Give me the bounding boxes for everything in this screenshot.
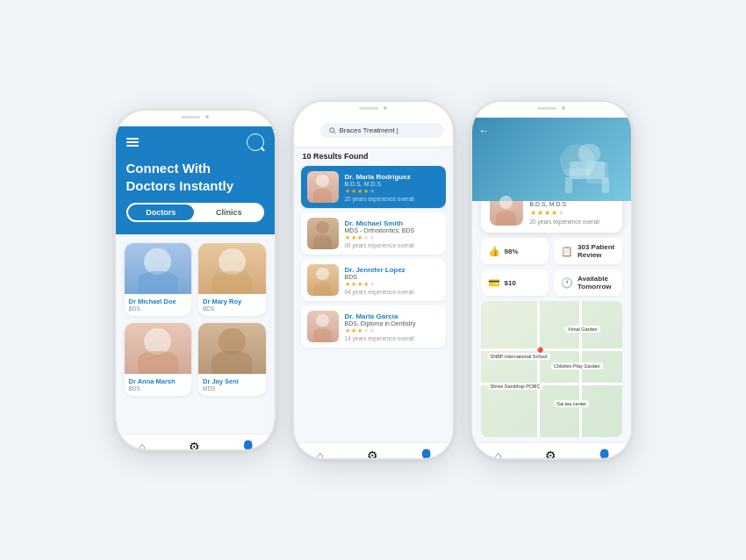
svg-rect-3	[565, 177, 572, 193]
doctor-row-3[interactable]: Dr. Jennifer Lopez BDS ★★★★★ 04 years ex…	[301, 259, 446, 301]
doctor-exp: 20 years experience overall	[345, 196, 440, 202]
map-label-5: Sai tea center	[554, 400, 589, 407]
appointment-icon: ⚙	[545, 449, 556, 460]
doctor-spec: MDS - Orthodontics, BDS	[345, 227, 440, 233]
back-button[interactable]: ←	[479, 125, 490, 137]
nav-appointment[interactable]: ⚙ Appointment	[347, 449, 399, 460]
doctor-name: Dr Michael Doe	[129, 298, 188, 305]
svg-rect-4	[602, 177, 609, 193]
doctor-card-1[interactable]: Dr Michael Doe BDS	[125, 243, 192, 316]
fee-stat: 💳 $10	[481, 269, 549, 296]
availability-text: Available Tomorrow	[577, 275, 615, 291]
doctor-exp: 04 years experience overall	[345, 289, 440, 295]
doctor-spec: MDS	[203, 385, 262, 391]
doctor-card-2[interactable]: Dr Mary Roy BDS	[198, 243, 266, 316]
reviews-stat: 📋 303 Patient Review	[554, 238, 622, 264]
doctor-exp: 14 years experience overall	[345, 335, 440, 341]
doctor-card-3[interactable]: Dr Anna Marsh BDS	[125, 323, 192, 396]
fee-icon: 💳	[488, 277, 500, 289]
clock-icon: 🕐	[561, 277, 573, 289]
nav-me[interactable]: 👤 Me	[221, 440, 274, 451]
nav-appointment[interactable]: ⚙ Appointment	[169, 440, 221, 451]
doctor-spec: BDS, Diploma in Dentistry	[345, 320, 440, 327]
app-scene: Connect With Doctors Instantly Doctors C…	[97, 74, 650, 486]
page-title: Connect With Doctors Instantly	[126, 160, 264, 194]
appointment-icon: ⚙	[189, 440, 200, 451]
nav-home[interactable]: ⌂ Home	[294, 449, 347, 460]
doctor-spec: BDS	[129, 385, 188, 391]
map-view[interactable]: 📍 Vimal Garden SNBP International School…	[481, 301, 622, 437]
reviews-icon: 📋	[561, 246, 573, 257]
home-icon: ⌂	[494, 449, 501, 460]
doctor-name: Dr Jay Seni	[203, 377, 262, 385]
doctor-name: Dr Anna Marsh	[129, 377, 188, 385]
tab-clinics[interactable]: Clinics	[196, 205, 262, 220]
doctor-spec: BDS	[129, 305, 188, 312]
doctor-name: Dr. Maria Rodriguez	[345, 173, 440, 181]
doctor-spec: BDS	[345, 274, 440, 280]
search-bar[interactable]: Braces Treatment |	[320, 123, 444, 138]
doctor-name: Dr Mary Roy	[203, 298, 262, 305]
me-icon: 👤	[419, 449, 434, 460]
search-icon	[329, 127, 336, 134]
doctor-exp: 20 years experience overall	[530, 219, 600, 225]
phone-2: Braces Treatment | 10 Results Found Dr. …	[292, 100, 455, 460]
map-label-2: SNBP International School	[488, 353, 550, 360]
home-icon: ⌂	[138, 440, 145, 451]
like-stat: 👍 98%	[481, 238, 549, 264]
doctor-card-4[interactable]: Dr Jay Seni MDS	[198, 323, 266, 396]
reviews-text: 303 Patient Review	[577, 243, 615, 259]
map-label-3: Children Play Garden	[551, 363, 603, 370]
me-icon: 👤	[597, 449, 612, 460]
search-icon[interactable]	[247, 133, 264, 151]
doctor-spec: B.D.S, M.D.S	[345, 181, 440, 187]
nav-home[interactable]: ⌂ Home	[116, 440, 169, 451]
results-count: 10 Results Found	[294, 147, 453, 162]
doctor-spec: B.D.S, M.D.S	[530, 201, 600, 207]
search-input-text: Braces Treatment |	[340, 126, 398, 134]
nav-me[interactable]: 👤 Me	[399, 449, 452, 460]
doctor-row-1[interactable]: Dr. Maria Rodriguez B.D.S, M.D.S ★★★★★ 2…	[301, 166, 446, 208]
like-pct: 98%	[505, 248, 519, 255]
doctor-exp: 06 years experience overall	[345, 242, 440, 248]
menu-icon[interactable]	[126, 138, 139, 147]
phone-3: ← Dr. Maria Rodriguez B.D.S, M.D.S ★★★★★…	[470, 100, 633, 460]
doctor-name: Dr. Jennifer Lopez	[345, 266, 440, 274]
map-label-1: Vimal Garden	[565, 326, 600, 333]
svg-line-1	[334, 132, 335, 133]
doctor-name: Dr. Maria Garcia	[345, 312, 440, 320]
me-icon: 👤	[240, 440, 255, 451]
svg-rect-5	[578, 144, 600, 163]
doctor-row-4[interactable]: Dr. Maria Garcia BDS, Diploma in Dentist…	[301, 305, 446, 348]
svg-point-0	[329, 127, 334, 132]
fee-text: $10	[505, 279, 516, 287]
tab-doctors[interactable]: Doctors	[128, 205, 195, 220]
phone-1: Connect With Doctors Instantly Doctors C…	[114, 109, 276, 451]
availability-stat: 🕐 Available Tomorrow	[554, 269, 622, 296]
doctor-row-2[interactable]: Dr. Michael Smith MDS - Orthodontics, BD…	[301, 212, 446, 255]
appointment-icon: ⚙	[367, 449, 378, 460]
doctor-name: Dr. Michael Smith	[345, 219, 440, 227]
home-icon: ⌂	[316, 449, 323, 460]
nav-appointment[interactable]: ⚙ Appointment	[525, 449, 577, 460]
svg-rect-2	[570, 162, 605, 179]
menu-icon[interactable]	[303, 126, 315, 135]
map-label-4: Shree Sambhaji PCMC	[488, 383, 543, 390]
thumbs-up-icon: 👍	[488, 246, 500, 257]
doctor-spec: BDS	[203, 305, 262, 312]
nav-home[interactable]: ⌂ Home	[472, 449, 525, 460]
nav-me[interactable]: 👤 Me	[577, 449, 630, 460]
